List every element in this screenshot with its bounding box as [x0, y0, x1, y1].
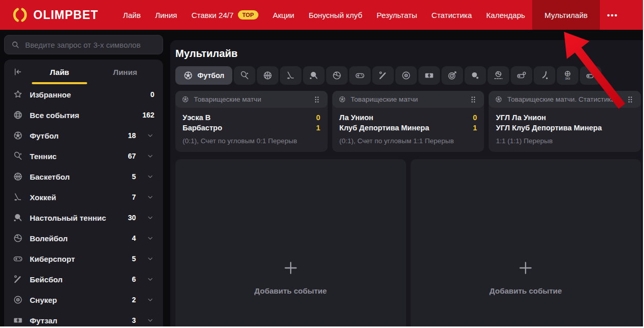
- card-body: Уэска В0Барбастро1(0:1), Счет по угловым…: [175, 108, 328, 152]
- filter-basketball-3x3[interactable]: 3X3: [557, 66, 578, 85]
- filter-volleyball[interactable]: [326, 66, 348, 85]
- event-count: 30: [128, 214, 136, 222]
- chevron-down-icon[interactable]: [146, 152, 154, 160]
- sidebar: Лайв Линия Избранное0Все события162Футбо…: [0, 35, 163, 328]
- search-input[interactable]: [25, 41, 156, 49]
- filter-cyber-basketball[interactable]: [580, 66, 601, 85]
- team-score: 0: [316, 113, 320, 123]
- match-status: (0:1), Счет по угловым 1:1 Перерыв: [339, 137, 477, 145]
- sidebar-item-volleyball[interactable]: Волейбол4: [4, 228, 163, 248]
- sports-list: Избранное0Все события162Футбол18Теннис67…: [4, 84, 163, 328]
- nav-item-label: Результаты: [377, 11, 417, 20]
- event-count: 6: [132, 275, 136, 283]
- football-icon: [338, 95, 346, 103]
- volleyball-icon: [13, 233, 23, 243]
- add-event-label: Добавить событие: [490, 286, 562, 295]
- nav-item-bonus-club[interactable]: Бонусный клуб: [301, 0, 370, 30]
- tab-live[interactable]: Лайв: [27, 60, 92, 84]
- nav-item-bets-24-7[interactable]: Ставки 24/7TOP: [184, 0, 266, 30]
- chevron-down-icon[interactable]: [146, 316, 154, 324]
- filter-bowls[interactable]: [465, 66, 486, 85]
- tab-line-label: Линия: [113, 68, 137, 76]
- tab-line[interactable]: Линия: [92, 60, 158, 84]
- chevron-down-icon[interactable]: [146, 172, 154, 181]
- filter-darts[interactable]: [441, 66, 463, 85]
- collapse-sidebar-icon[interactable]: [9, 60, 27, 84]
- team-score: 1: [473, 123, 477, 133]
- sidebar-item-label: Теннис: [30, 152, 56, 161]
- filter-table-tennis[interactable]: [303, 66, 325, 85]
- hockey-icon: [286, 70, 296, 81]
- filter-hockey[interactable]: [280, 66, 301, 85]
- card-body: Ла Унион0Клуб Депортива Минера1(0:1), Сч…: [332, 108, 485, 152]
- nav-item-label: Статистика: [432, 11, 472, 20]
- sidebar-item-table-tennis[interactable]: Настольный теннис30: [4, 207, 163, 228]
- baseball-icon: [378, 70, 388, 81]
- add-event-panel[interactable]: Добавить событие: [411, 159, 641, 328]
- drag-handle-icon[interactable]: [626, 95, 635, 104]
- filter-basketball[interactable]: [257, 66, 278, 85]
- nav-item-promos[interactable]: Акции: [266, 0, 301, 30]
- chevron-down-icon[interactable]: [146, 296, 154, 304]
- filter-beach-volleyball[interactable]: [488, 66, 509, 85]
- filter-tennis[interactable]: [234, 66, 255, 85]
- filter-snooker[interactable]: 8: [395, 66, 417, 85]
- chevron-down-icon[interactable]: [146, 193, 154, 201]
- bandy-icon: [539, 70, 550, 81]
- basketball-3x3-icon: 3X3: [562, 70, 573, 81]
- nav-item-live[interactable]: Лайв: [116, 0, 148, 30]
- olimpbet-logo[interactable]: OLIMPBET: [11, 0, 98, 30]
- chevron-down-icon[interactable]: [146, 131, 154, 140]
- nav-item-results[interactable]: Результаты: [370, 0, 425, 30]
- hockey-icon: [13, 192, 23, 202]
- svg-text:8: 8: [17, 298, 19, 301]
- basketball-icon: [13, 171, 23, 182]
- filter-efootball[interactable]: [511, 66, 532, 85]
- event-count: 0: [150, 90, 154, 99]
- chevron-down-icon[interactable]: [146, 255, 154, 263]
- filter-bandy[interactable]: [534, 66, 555, 85]
- table-tennis-icon: [13, 213, 23, 223]
- beach-volleyball-icon: [493, 70, 504, 81]
- sidebar-item-label: Настольный теннис: [30, 214, 106, 222]
- event-count: 3: [132, 316, 136, 324]
- sidebar-item-snooker[interactable]: 8Снукер2: [4, 290, 163, 310]
- filter-esports[interactable]: [349, 66, 371, 85]
- sidebar-item-esports[interactable]: Киберспорт5: [4, 248, 163, 269]
- nav-item-calendar[interactable]: Календарь: [479, 0, 532, 30]
- drag-handle-icon[interactable]: [469, 95, 478, 104]
- sidebar-tabs: Лайв Линия: [4, 60, 163, 84]
- nav-item-statistics[interactable]: Статистика: [425, 0, 479, 30]
- nav-item-label: Лайв: [123, 11, 141, 20]
- drag-handle-icon[interactable]: [312, 95, 321, 104]
- chevron-down-icon[interactable]: [146, 234, 154, 242]
- sidebar-item-favorites[interactable]: Избранное0: [4, 84, 163, 105]
- sidebar-item-hockey[interactable]: Хоккей7: [4, 187, 163, 207]
- filter-football[interactable]: Футбол: [175, 66, 232, 85]
- team-row: УГЛ Клуб Депортива Минера: [496, 123, 634, 133]
- nav-item-multilive[interactable]: Мультилайв: [532, 0, 600, 30]
- sidebar-item-futsal[interactable]: Футзал3: [4, 310, 163, 328]
- sidebar-item-tennis[interactable]: Теннис67: [4, 146, 163, 166]
- nav-item-more[interactable]: •••: [600, 0, 626, 30]
- search-box[interactable]: [4, 35, 163, 54]
- sidebar-item-baseball[interactable]: Бейсбол6: [4, 269, 163, 290]
- nav-item-line[interactable]: Линия: [148, 0, 184, 30]
- add-event-panel[interactable]: Добавить событие: [175, 159, 406, 328]
- sidebar-item-label: Футбол: [30, 131, 58, 140]
- filter-baseball[interactable]: [372, 66, 394, 85]
- darts-icon: [447, 70, 457, 81]
- plus-icon: [517, 260, 534, 276]
- sidebar-item-football[interactable]: Футбол18: [4, 125, 163, 146]
- sidebar-item-all-events[interactable]: Все события162: [4, 105, 163, 125]
- chevron-down-icon[interactable]: [146, 275, 154, 283]
- tab-live-label: Лайв: [50, 68, 69, 76]
- sidebar-item-basketball[interactable]: Баскетбол5: [4, 166, 163, 187]
- chevron-down-icon[interactable]: [146, 214, 154, 222]
- team-row: Барбастро1: [183, 123, 320, 133]
- filter-futsal[interactable]: [418, 66, 440, 85]
- betting-site-window: OLIMPBET ЛайвЛинияСтавки 24/7TOPАкцииБон…: [0, 0, 644, 328]
- nav-item-label: Бонусный клуб: [309, 11, 363, 20]
- olimpbet-laurel-icon: [11, 6, 29, 24]
- svg-text:3X3: 3X3: [565, 77, 570, 80]
